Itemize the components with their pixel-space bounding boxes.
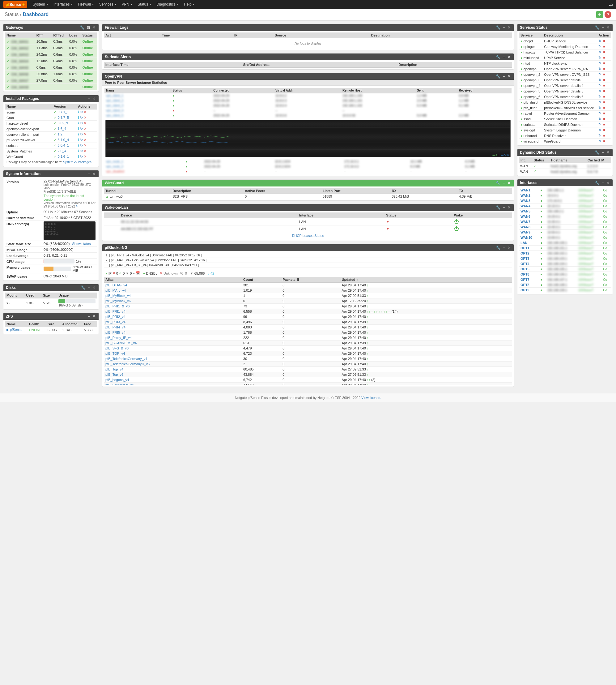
svc-stop-icon[interactable]: ■ [603, 89, 606, 93]
pfb-alias-name[interactable]: pfB_bogons_v4 [104, 377, 242, 383]
nav-system[interactable]: System▼ [30, 0, 51, 9]
iface-name[interactable]: WAN9 [519, 230, 539, 235]
brand-logo[interactable]: pfSense + [3, 1, 27, 8]
nav-services[interactable]: Services▼ [97, 0, 119, 9]
svc-restart-icon[interactable]: ↻ [598, 94, 601, 98]
pfb-alias-name[interactable]: pfB_PRI2_v4 [104, 314, 242, 319]
pkg-info-icon[interactable]: ℹ [78, 155, 79, 158]
wireguard-close-btn[interactable]: ✕ [507, 181, 511, 185]
iface-name[interactable]: WAN7 [519, 219, 539, 224]
pfb-alias-name[interactable]: pfB_PRI1_&_v6 [104, 304, 242, 309]
svc-restart-icon[interactable]: ↻ [598, 123, 601, 126]
nav-diagnostics[interactable]: Diagnostics▼ [154, 0, 181, 9]
iface-name[interactable]: WAN2 [519, 193, 539, 198]
pfb-alias-name[interactable]: pfB_PRI4_v4 [104, 325, 242, 330]
firewall-logs-edit-btn[interactable]: 🔧 [495, 25, 501, 30]
pfb-alias-name[interactable]: pfB_TelefonicaGermanyD_v6 [104, 362, 242, 367]
svc-restart-icon[interactable]: ↻ [598, 39, 601, 43]
openvpn-edit-btn[interactable]: 🔧 [495, 74, 501, 79]
packages-link[interactable]: System -> Packages [63, 160, 91, 164]
zfs-minus-btn[interactable]: − [87, 314, 91, 319]
pkg-delete-icon[interactable]: ✕ [84, 138, 87, 142]
svc-stop-icon[interactable]: ■ [603, 45, 606, 48]
pkg-reinstall-icon[interactable]: ↻ [80, 127, 83, 130]
svc-restart-icon[interactable]: ↻ [598, 61, 601, 65]
iface-name[interactable]: OPT8 [519, 282, 539, 287]
ddns-edit-btn[interactable]: 🔧 [594, 150, 600, 155]
version-refresh-icon[interactable]: ↻ [76, 205, 78, 208]
pkg-info-icon[interactable]: ℹ [78, 127, 79, 130]
firewall-logs-close-btn[interactable]: ✕ [507, 25, 511, 30]
pfb-alias-name[interactable]: pfB_TOR_v4 [104, 351, 242, 356]
pkg-delete-icon[interactable]: ✕ [84, 116, 87, 120]
iface-name[interactable]: LAN [519, 240, 539, 245]
add-widget-button[interactable]: + [596, 11, 603, 18]
iface-name[interactable]: OPT1 [519, 245, 539, 251]
svc-stop-icon[interactable]: ■ [603, 78, 606, 82]
iface-name[interactable]: WAN4 [519, 204, 539, 209]
pkg-reinstall-icon[interactable]: ↻ [80, 121, 83, 125]
svc-stop-icon[interactable]: ■ [603, 94, 606, 98]
pkg-reinstall-icon[interactable]: ↻ [80, 110, 83, 114]
svc-stop-icon[interactable]: ■ [603, 84, 606, 87]
iface-name[interactable]: WAN10 [519, 235, 539, 240]
services-edit-btn[interactable]: 🔧 [594, 25, 600, 30]
iface-name[interactable]: OPT4 [519, 261, 539, 266]
gateways-edit-btn[interactable]: 🔧 [79, 25, 85, 30]
svc-stop-icon[interactable]: ■ [603, 134, 606, 137]
svc-restart-icon[interactable]: ↻ [598, 117, 601, 121]
wol-close-btn[interactable]: ✕ [507, 205, 511, 210]
svc-stop-icon[interactable]: ■ [603, 56, 606, 59]
svc-restart-icon[interactable]: ↻ [598, 72, 601, 76]
pfblockerng-minus-btn[interactable]: − [502, 245, 506, 250]
ddns-close-btn[interactable]: ✕ [606, 150, 610, 155]
pfb-alias-name[interactable]: pfB_Proxy_IP_v4 [104, 335, 242, 341]
sysinfo-close-btn[interactable]: ✕ [92, 172, 96, 176]
gateways-copy-btn[interactable]: ⊟ [86, 25, 91, 30]
pkg-delete-icon[interactable]: ✕ [84, 144, 87, 147]
openvpn-minus-btn[interactable]: − [502, 74, 506, 79]
nav-status[interactable]: Status▼ [135, 0, 154, 9]
services-minus-btn[interactable]: − [601, 25, 604, 30]
iface-name[interactable]: OPT9 [519, 287, 539, 293]
svc-stop-icon[interactable]: ■ [603, 67, 606, 70]
pfb-alias-name[interactable]: pfB_MyBlock_v6 [104, 298, 242, 304]
sysinfo-minus-btn[interactable]: − [87, 172, 91, 176]
nav-vpn[interactable]: VPN▼ [119, 0, 135, 9]
pkg-info-icon[interactable]: ℹ [78, 144, 79, 147]
wol-edit-btn[interactable]: 🔧 [495, 205, 501, 210]
svc-restart-icon[interactable]: ↻ [598, 45, 601, 48]
pfb-alias-name[interactable]: pfB_SCANNERS_v4 [104, 341, 242, 346]
svc-stop-icon[interactable]: ■ [603, 106, 606, 109]
firewall-logs-minus-btn[interactable]: − [502, 25, 506, 30]
interfaces-close-btn[interactable]: ✕ [606, 180, 610, 185]
packages-minus-btn[interactable]: − [87, 97, 91, 101]
show-states-link[interactable]: Show states [72, 242, 91, 245]
dhcp-leases-link[interactable]: DHCP Leases Status [292, 234, 324, 237]
svc-restart-icon[interactable]: ↻ [598, 89, 601, 93]
zfs-close-btn[interactable]: ✕ [92, 314, 96, 319]
svc-restart-icon[interactable]: ↻ [598, 78, 601, 82]
zfs-name[interactable]: ▶ pfSense [5, 327, 27, 333]
svc-stop-icon[interactable]: ■ [603, 123, 606, 126]
svc-stop-icon[interactable]: ■ [603, 72, 606, 76]
gateways-close-btn[interactable]: ✕ [92, 25, 96, 30]
interfaces-minus-btn[interactable]: − [601, 180, 604, 185]
suricata-close-btn[interactable]: ✕ [507, 55, 511, 59]
iface-name[interactable]: OPT5 [519, 266, 539, 272]
pkg-info-icon[interactable]: ℹ [78, 121, 79, 125]
openvpn-close-btn[interactable]: ✕ [507, 74, 511, 79]
pfblockerng-aliases-scroll[interactable]: Alias Count Packets 🗑 Updated ↕ pfB_DTAG… [104, 277, 512, 385]
iface-name[interactable]: WAN8 [519, 224, 539, 230]
disks-minus-btn[interactable]: − [87, 285, 91, 290]
svc-restart-icon[interactable]: ↻ [598, 106, 601, 109]
pfb-alias-name[interactable]: pfB_Top_v4 [104, 367, 242, 372]
svc-restart-icon[interactable]: ↻ [598, 67, 601, 70]
pkg-delete-icon[interactable]: ✕ [84, 149, 87, 153]
services-close-btn[interactable]: ✕ [606, 25, 610, 30]
disks-close-btn[interactable]: ✕ [92, 285, 96, 290]
pkg-reinstall-icon[interactable]: ↻ [80, 155, 83, 158]
wireguard-edit-btn[interactable]: 🔧 [495, 181, 501, 185]
pfb-alias-name[interactable]: pfB_uceprotect_v4 [104, 383, 242, 385]
pfb-alias-name[interactable]: pfB_PRI1_v4 [104, 309, 242, 314]
